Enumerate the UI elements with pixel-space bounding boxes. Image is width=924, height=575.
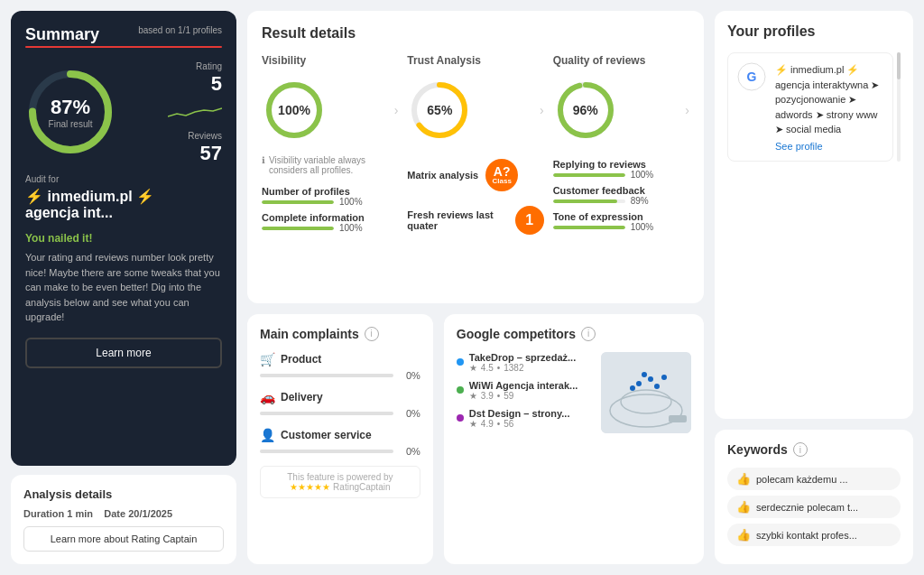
google-logo-icon: G [737,62,766,91]
svg-point-11 [636,381,642,386]
replying-bar [553,173,625,177]
product-pct: 0% [399,370,420,381]
keywords-card: Keywords i 👍 polecam każdemu ... 👍 serde… [715,430,913,564]
num-profiles-bar-wrap: 100% [262,197,398,207]
nailed-title: You nailed it! [25,232,222,245]
tone-row: Tone of expression [553,211,689,222]
red-line [25,46,222,48]
service-text: Customer service [281,429,372,441]
svg-point-15 [661,375,667,380]
tone-label: Tone of expression [553,211,643,222]
num-profiles-fill [262,200,334,204]
complete-info-fill [262,227,334,230]
keyword-1-text: serdecznie polecam t... [756,502,858,513]
delivery-bar [260,412,393,415]
complete-info-pct: 100% [339,223,363,233]
tone-bar [553,226,625,229]
learn-more-button[interactable]: Learn more [25,338,222,368]
profile-info: ⚡ inmedium.pl ⚡ agencja interaktywna ➤ p… [775,62,883,152]
competitor-0-dot [457,358,464,366]
feedback-pct: 89% [631,196,649,206]
replying-pct: 100% [631,170,654,180]
trust-chevron[interactable]: › [540,103,544,117]
feedback-row: Customer feedback [553,185,689,196]
complaint-product: 🛒 Product 0% [260,352,420,381]
competitor-2: Dst Design – strony... ★ 4.9 • 56 [457,408,592,429]
svg-rect-17 [669,415,687,422]
complaints-info-icon: i [365,327,379,341]
rating-value: 5 [196,72,222,96]
trust-percent: 65% [427,103,452,117]
info-icon: ℹ [262,155,265,165]
competitors-info-icon: i [581,327,596,341]
duration-date: Duration 1 min Date 20/1/2025 [23,508,224,519]
visibility-donut-wrapper: 100% › [262,78,398,143]
svg-text:G: G [747,70,757,84]
num-profiles-bar [262,200,334,204]
svg-point-16 [642,372,647,377]
analysis-details-card: Analysis details Duration 1 min Date 20/… [11,475,236,564]
keyword-0: 👍 polecam każdemu ... [727,468,901,490]
complete-info-row: Complete information [262,212,398,223]
visibility-percent: 100% [278,103,310,117]
summary-card: Summary based on 1/1 profiles 87% Final … [11,11,236,466]
competitors-content: TakeDrop – sprzedaż... ★ 4.5 • 1382 [457,352,691,433]
quality-donut-wrapper: 96% › [553,78,689,143]
trust-col: Trust Analysis 65% › Matrix analysis A? [407,54,543,235]
rating-captain-button[interactable]: Learn more about Rating Captain [23,526,224,552]
service-bar-wrap: 0% [260,446,420,457]
powered-by-text: This feature is powered by [287,472,393,482]
see-profile-link[interactable]: See profile [775,141,883,152]
trust-donut-wrapper: 65% › [407,78,543,143]
powered-name: RatingCaptain [333,482,390,492]
visibility-donut: 100% [262,78,327,143]
keyword-1: 👍 serdecznie polecam t... [727,496,901,518]
fresh-value: 1 [525,212,533,228]
reviews-block: Reviews 57 [188,128,222,165]
gauge-text: 87% Final result [49,96,93,129]
product-bar-wrap: 0% [260,370,420,381]
center-bottom: Main complaints i 🛒 Product 0% 🚗 [247,314,704,565]
competitor-list: TakeDrop – sprzedaż... ★ 4.5 • 1382 [457,352,592,433]
competitor-0-info: TakeDrop – sprzedaż... ★ 4.5 • 1382 [469,352,592,373]
complaints-card: Main complaints i 🛒 Product 0% 🚗 [247,314,433,565]
left-panel: Summary based on 1/1 profiles 87% Final … [11,11,236,564]
matrix-label: Matrix analysis [407,170,478,181]
quality-metrics: Replying to reviews 100% Customer feedba… [553,155,689,232]
trust-title: Trust Analysis [407,54,543,67]
visibility-col: Visibility 100% › ℹ Visibility variable … [262,54,398,235]
complaint-service-label: 👤 Customer service [260,428,420,442]
replying-bar-wrap: 100% [553,170,689,180]
reviews-label: Reviews [188,131,222,141]
delivery-bar-wrap: 0% [260,408,420,419]
complete-info-bar-wrap: 100% [262,223,398,233]
keywords-title: Keywords [727,442,788,457]
quality-donut: 96% [553,78,618,143]
replying-row: Replying to reviews [553,159,689,170]
profile-item-0: G ⚡ inmedium.pl ⚡ agencja interaktywna ➤… [728,53,892,161]
result-grid: Visibility 100% › ℹ Visibility variable … [262,54,689,235]
competitors-header: Google competitors i [457,327,691,341]
competitor-2-info: Dst Design – strony... ★ 4.9 • 56 [469,408,592,429]
profiles-list-wrap: G ⚡ inmedium.pl ⚡ agencja interaktywna ➤… [727,52,901,162]
product-bar [260,374,393,377]
complaints-header: Main complaints i [260,327,420,341]
competitor-1-name: WiWi Agencja interak... [469,380,592,391]
nailed-desc: Your rating and reviews number look pret… [25,250,222,325]
trust-donut: 65% [407,78,472,143]
quality-col: Quality of reviews 96% › Replying to rev… [553,54,689,235]
competitor-map [601,352,691,433]
fresh-value-circle: 1 [515,206,544,235]
scrollbar-thumb [897,52,901,79]
quality-chevron[interactable]: › [685,103,689,117]
feedback-label: Customer feedback [553,185,645,196]
profile-name: ⚡ inmedium.pl ⚡ [775,62,883,78]
profiles-title: Your profiles [727,23,901,40]
complaints-title: Main complaints [260,327,359,341]
visibility-chevron[interactable]: › [394,103,399,117]
gauge-right: Rating 5 Reviews 57 [168,59,222,165]
result-details-card: Result details Visibility 100% › ℹ [247,11,704,303]
based-on: based on 1/1 profiles [138,25,222,35]
competitor-2-dot [457,414,464,422]
tone-bar-wrap: 100% [553,222,689,232]
